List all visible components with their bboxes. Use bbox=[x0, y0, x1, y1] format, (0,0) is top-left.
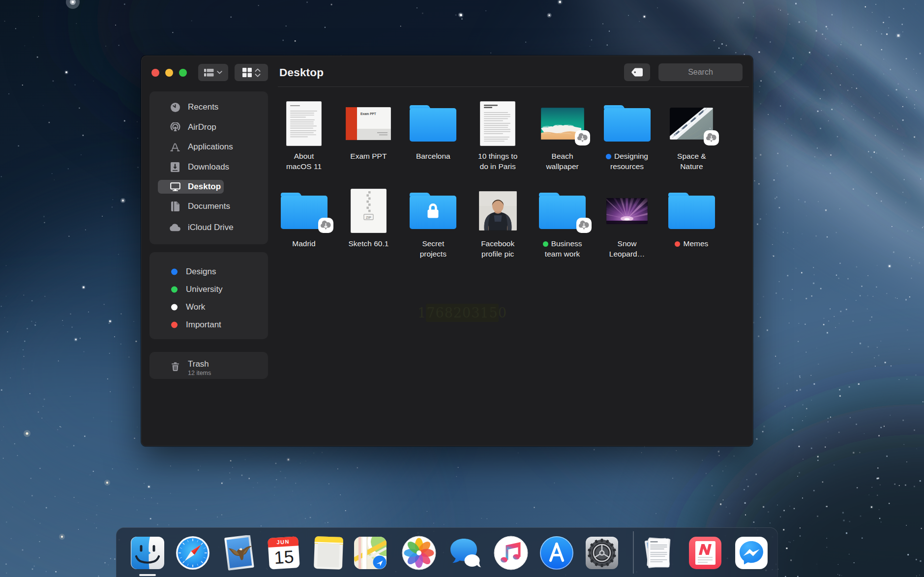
dock-item-app-store[interactable] bbox=[539, 535, 574, 571]
file-item[interactable]: ZIPSketch 60.1 bbox=[336, 183, 401, 249]
dock-item-finder[interactable] bbox=[130, 535, 165, 571]
file-icon-doc-ppt: Exam PPT bbox=[346, 107, 391, 140]
file-icon-box bbox=[595, 183, 659, 238]
downloads-icon-svg bbox=[171, 162, 179, 172]
desktop-icon bbox=[170, 181, 180, 192]
sidebar-tag-work[interactable]: Work bbox=[149, 300, 268, 315]
sidebar-tag-label: Work bbox=[186, 302, 205, 312]
minimize-button[interactable] bbox=[165, 69, 173, 77]
sidebar-item-label: Downloads bbox=[188, 162, 229, 172]
dock-item-photos[interactable] bbox=[401, 535, 437, 571]
dock-item-system-preferences[interactable] bbox=[584, 535, 620, 571]
sidebar-item-recents[interactable]: Recents bbox=[149, 100, 268, 115]
dock-item-safari[interactable] bbox=[175, 535, 210, 571]
file-item[interactable]: Madrid bbox=[272, 183, 336, 249]
sidebar-tag-important[interactable]: Important bbox=[149, 317, 268, 332]
file-tag-dot bbox=[543, 241, 548, 247]
app-store-icon bbox=[539, 535, 574, 571]
sidebar-tag-designs[interactable]: Designs bbox=[149, 264, 268, 279]
file-icon-img-portrait-svg bbox=[479, 191, 517, 231]
sidebar-tag-university[interactable]: University bbox=[149, 282, 268, 297]
file-name-line: macOS 11 bbox=[272, 162, 336, 172]
music-icon bbox=[493, 535, 529, 571]
file-name: Facebookprofile pic bbox=[466, 239, 530, 259]
view-options-button[interactable] bbox=[198, 64, 228, 81]
file-name: Exam PPT bbox=[336, 151, 401, 162]
file-name-text: wallpaper bbox=[546, 162, 578, 172]
file-icon-box: ZIP bbox=[336, 183, 401, 238]
messenger-icon bbox=[734, 535, 769, 571]
item-arrangement-button[interactable] bbox=[235, 64, 268, 81]
file-item[interactable]: Beachwallpaper bbox=[530, 96, 595, 172]
file-cloud-badge bbox=[318, 218, 333, 233]
file-name-line: profile pic bbox=[466, 249, 530, 260]
file-icon-doc-about-svg bbox=[286, 101, 322, 146]
file-icon-doc-zip-svg: ZIP bbox=[351, 189, 387, 233]
file-item[interactable]: Barcelona bbox=[401, 96, 465, 162]
file-item[interactable]: Facebookprofile pic bbox=[466, 183, 530, 259]
sidebar-item-downloads[interactable]: Downloads bbox=[149, 160, 268, 174]
file-name-line: Madrid bbox=[272, 239, 336, 249]
file-name-text: macOS 11 bbox=[286, 162, 322, 172]
file-item[interactable]: 10 things todo in Paris bbox=[466, 96, 530, 172]
sidebar-item-label: Desktop bbox=[188, 182, 221, 192]
icloud-download-badge bbox=[318, 218, 333, 233]
dock-item-preview-photo[interactable] bbox=[221, 535, 257, 571]
notes-icon bbox=[311, 535, 346, 571]
dock-item-messenger[interactable] bbox=[734, 535, 769, 571]
sidebar-item-documents[interactable]: Documents bbox=[149, 199, 268, 214]
documents-stack-icon bbox=[641, 535, 676, 571]
file-name-text: do in Paris bbox=[480, 162, 516, 172]
file-name: SnowLeopard… bbox=[595, 239, 659, 259]
file-item[interactable]: Secretprojects bbox=[401, 183, 465, 259]
file-name: 10 things todo in Paris bbox=[466, 151, 530, 172]
sidebar-item-airdrop[interactable]: AirDrop bbox=[149, 120, 268, 135]
trash-item-count: 12 items bbox=[188, 370, 211, 376]
sidebar-item-icloud-drive[interactable]: iCloud Drive bbox=[149, 220, 268, 235]
file-name: AboutmacOS 11 bbox=[272, 151, 336, 172]
file-item[interactable]: AboutmacOS 11 bbox=[272, 96, 336, 172]
zoom-button[interactable] bbox=[179, 69, 187, 77]
file-item[interactable]: Space &Nature bbox=[659, 96, 724, 172]
sidebar-item-applications[interactable]: Applications bbox=[149, 140, 268, 154]
file-name-line: team work bbox=[530, 249, 595, 260]
file-item[interactable]: Designingresources bbox=[595, 96, 659, 172]
photos-icon bbox=[401, 535, 437, 571]
search-input[interactable]: Search bbox=[658, 63, 743, 81]
dock-item-news[interactable] bbox=[687, 535, 723, 571]
dock-separator bbox=[633, 531, 634, 574]
applications-icon bbox=[170, 142, 180, 152]
file-item[interactable]: Memes bbox=[659, 183, 724, 249]
dock-item-maps[interactable] bbox=[353, 535, 388, 571]
applications-icon-svg bbox=[170, 143, 180, 152]
file-name-text: Space & bbox=[677, 151, 706, 162]
dock-item-music[interactable] bbox=[493, 535, 529, 571]
file-icon-box bbox=[659, 183, 724, 238]
file-icon-img-leopard bbox=[606, 198, 648, 224]
close-button[interactable] bbox=[151, 69, 159, 77]
dock-item-messages[interactable] bbox=[448, 535, 483, 571]
file-name: Secretprojects bbox=[401, 239, 465, 259]
file-icon-folder-svg bbox=[668, 193, 715, 229]
dock-item-calendar[interactable]: JUN 15 bbox=[266, 535, 301, 571]
toolbar-divider bbox=[278, 87, 749, 87]
dock-item-documents-stack[interactable] bbox=[641, 535, 676, 571]
file-item[interactable]: Exam PPT Exam PPT bbox=[336, 96, 401, 162]
tag-button[interactable] bbox=[624, 63, 650, 81]
dock-item-notes[interactable] bbox=[311, 535, 346, 571]
grid-view-icon bbox=[242, 68, 252, 77]
file-name-text: About bbox=[294, 151, 314, 162]
file-icon-box bbox=[466, 96, 530, 151]
file-name-text: team work bbox=[545, 249, 580, 260]
file-item[interactable]: SnowLeopard… bbox=[595, 183, 659, 259]
messages-icon bbox=[448, 535, 483, 571]
svg-text:15: 15 bbox=[273, 547, 294, 568]
sidebar-item-desktop[interactable]: Desktop bbox=[149, 179, 268, 194]
file-item[interactable]: Businessteam work bbox=[530, 183, 595, 259]
file-icon-box bbox=[401, 183, 465, 238]
documents-icon-svg bbox=[171, 202, 179, 211]
file-name-line: Facebook bbox=[466, 239, 530, 249]
file-name: Memes bbox=[659, 239, 724, 249]
file-icon-folder-lock-svg bbox=[410, 193, 456, 229]
sidebar-item-trash[interactable]: Trash 12 items bbox=[149, 358, 268, 375]
